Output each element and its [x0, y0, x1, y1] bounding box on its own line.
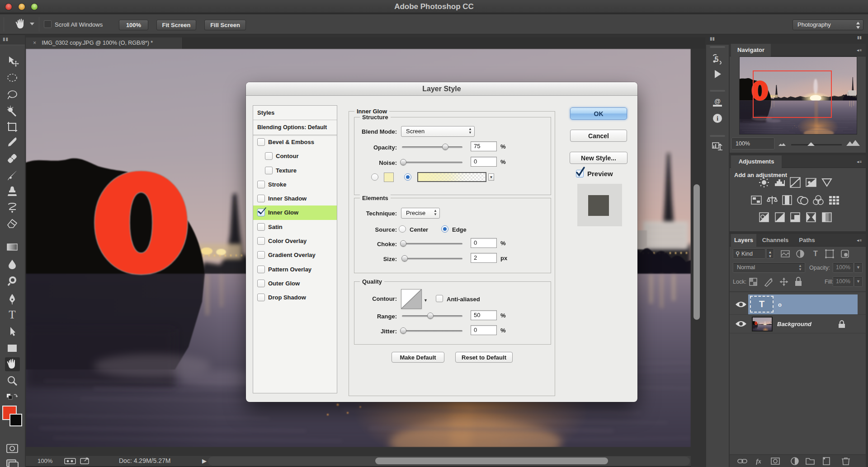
svg-text:@: @ [714, 98, 721, 105]
svg-text:T: T [9, 308, 15, 321]
svg-text:i: i [717, 115, 718, 122]
svg-text:fx: fx [756, 458, 761, 465]
svg-text:T: T [813, 250, 818, 257]
